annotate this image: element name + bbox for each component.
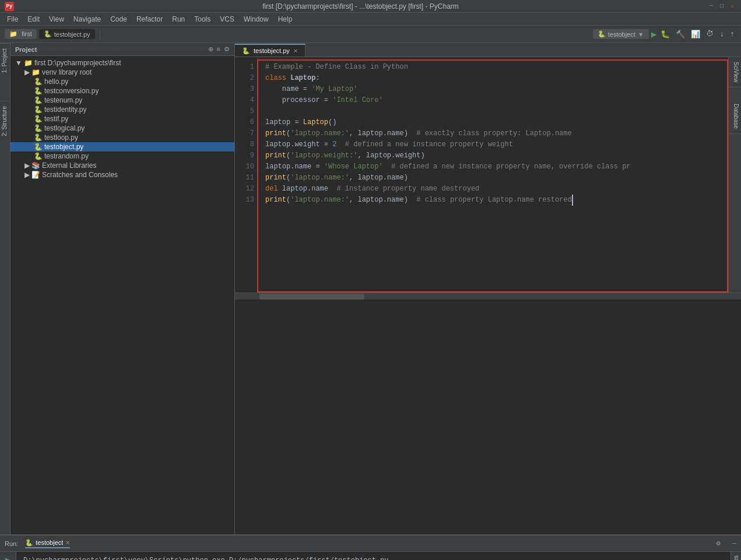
app-logo: Py: [5, 2, 14, 11]
menu-edit[interactable]: Edit: [23, 15, 44, 23]
code-line-2: class Laptop:: [265, 73, 721, 84]
maximize-button[interactable]: □: [718, 2, 726, 10]
tree-external-libs[interactable]: ▶ 📚 External Libraries: [10, 161, 234, 170]
title-bar: Py first [D:\pycharmprojects\first] - ..…: [0, 0, 741, 13]
run-config-icon: 🐍: [598, 30, 606, 38]
database-tab[interactable]: Database: [729, 99, 741, 134]
py-file-icon: 🐍: [34, 105, 43, 114]
sidebar-collapse-icon[interactable]: ≡: [217, 45, 220, 53]
sidebar-tab-project[interactable]: 1: Project: [0, 43, 10, 78]
coverage-button[interactable]: 📊: [689, 30, 702, 39]
tree-testenum-py[interactable]: 🐍 testenum.py: [10, 96, 234, 105]
code-editor[interactable]: 12345 678910 111213 # Example - Define C…: [235, 57, 741, 293]
tree-testidentity-py[interactable]: 🐍 testidentity.py: [10, 105, 234, 114]
code-line-12: del laptop.name # instance property name…: [265, 184, 721, 195]
menu-window[interactable]: Window: [239, 15, 273, 23]
console-command: D:\pycharmprojects\first\venv\Scripts\py…: [23, 555, 724, 560]
close-button[interactable]: ✕: [728, 2, 736, 10]
run-settings-icon[interactable]: ⚙: [717, 539, 721, 548]
py-file-icon: 🐍: [34, 143, 43, 151]
editor-h-scrollbar[interactable]: [235, 293, 741, 300]
project-icon: 📁: [9, 30, 17, 37]
toolbar-separator: [100, 29, 100, 40]
sidebar-settings-icon[interactable]: ⚙: [224, 45, 230, 53]
editor-tab-testobject[interactable]: 🐍 testobject.py ✕: [235, 44, 305, 57]
menu-code[interactable]: Code: [106, 15, 132, 23]
tree-testlogical-py[interactable]: 🐍 testlogical.py: [10, 124, 234, 133]
file-breadcrumb-tab[interactable]: 🐍 testobject.py: [39, 29, 95, 39]
py-file-icon: 🐍: [34, 78, 43, 86]
run-tab-testobject[interactable]: 🐍 testobject ✕: [25, 539, 70, 548]
favorites-tab[interactable]: 2: Favorites: [732, 552, 740, 560]
menu-view[interactable]: View: [44, 15, 69, 23]
py-file-icon: 🐍: [34, 124, 43, 132]
folder-icon: ▶: [24, 161, 30, 170]
file-tree: ▼ 📁 first D:\pycharmprojects\first ▶ 📁 v…: [10, 56, 234, 534]
console-output: D:\pycharmprojects\first\venv\Scripts\py…: [16, 552, 731, 560]
tree-label: External Libraries: [42, 161, 96, 170]
tree-testloop-py[interactable]: 🐍 testloop.py: [10, 133, 234, 142]
tree-label: testconversion.py: [44, 87, 99, 95]
code-line-6: laptop = Laptop(): [265, 117, 721, 128]
profile-button[interactable]: ⏱: [704, 30, 715, 38]
window-title: first [D:\pycharmprojects\first] - ...\t…: [14, 2, 707, 10]
tree-label: testobject.py: [44, 143, 83, 151]
tree-venv[interactable]: ▶ 📁 venv library root: [10, 68, 234, 77]
menu-run[interactable]: Run: [167, 15, 189, 23]
run-minimize-icon[interactable]: ─: [732, 540, 736, 548]
code-area[interactable]: # Example - Define Class in Python class…: [258, 57, 728, 293]
ext-lib-icon: 📚: [31, 161, 40, 170]
build-button[interactable]: 🔨: [674, 30, 687, 39]
tree-scratches[interactable]: ▶ 📝 Scratches and Consoles: [10, 170, 234, 179]
tree-testobject-py[interactable]: 🐍 testobject.py: [10, 142, 234, 152]
tree-hello-py[interactable]: 🐍 hello.py: [10, 77, 234, 86]
bottom-right-strip: 2: Favorites: [731, 552, 741, 560]
code-line-9: print('laptop.weight:', laptop.weight): [265, 150, 721, 161]
right-side-tabs: SciView Database: [728, 57, 741, 293]
tree-testconversion-py[interactable]: 🐍 testconversion.py: [10, 86, 234, 96]
py-file-icon: 🐍: [34, 133, 43, 142]
menu-vcs[interactable]: VCS: [215, 15, 239, 23]
tree-label: venv library root: [42, 68, 92, 76]
vcs-update-button[interactable]: ↓: [718, 30, 726, 38]
tree-label: testif.py: [44, 115, 68, 123]
run-tab-close-icon[interactable]: ✕: [65, 540, 70, 546]
project-tab[interactable]: 📁 first: [5, 29, 37, 39]
tree-root-first[interactable]: ▼ 📁 first D:\pycharmprojects\first: [10, 58, 234, 68]
tab-close-icon[interactable]: ✕: [293, 48, 298, 54]
h-scroll-thumb[interactable]: [259, 294, 364, 300]
sidebar-sync-icon[interactable]: ⊕: [208, 45, 213, 53]
editor-empty-space: [235, 300, 741, 535]
menu-help[interactable]: Help: [273, 15, 297, 23]
py-file-icon: 🐍: [34, 96, 43, 104]
run-content: ▶ ■ ↺ ≡ ▦ 🗑 D:\pycharmprojects\first\ven…: [0, 552, 741, 560]
menu-bar: File Edit View Navigate Code Refactor Ru…: [0, 13, 741, 26]
menu-refactor[interactable]: Refactor: [132, 15, 167, 23]
sidebar-title: Project: [15, 46, 37, 53]
tree-label: first D:\pycharmprojects\first: [34, 59, 121, 67]
tree-testrandom-py[interactable]: 🐍 testrandom.py: [10, 152, 234, 161]
scratch-icon: 📝: [31, 171, 40, 179]
vcs-push-button[interactable]: ↑: [728, 30, 736, 38]
debug-button[interactable]: 🐛: [659, 30, 672, 39]
run-tab-label: testobject: [36, 539, 63, 546]
menu-navigate[interactable]: Navigate: [69, 15, 106, 23]
minimize-button[interactable]: ─: [707, 2, 715, 10]
sidebar-tab-structure[interactable]: 2: Structure: [0, 101, 10, 141]
sciview-tab[interactable]: SciView: [729, 57, 741, 87]
run-tab-icon: 🐍: [25, 539, 33, 547]
tree-label: testlogical.py: [44, 124, 85, 132]
menu-file[interactable]: File: [2, 15, 23, 23]
run-config-selector[interactable]: 🐍 testobject ▼: [593, 29, 649, 39]
code-line-3: name = 'My Laptop': [265, 84, 721, 95]
tree-testif-py[interactable]: 🐍 testif.py: [10, 114, 234, 124]
code-line-13: print('laptop.name:', laptop.name) # cla…: [265, 195, 721, 206]
folder-icon: 📁: [24, 59, 33, 67]
code-line-10: laptop.name = 'Whose Laptop' # defined a…: [265, 161, 721, 172]
menu-tools[interactable]: Tools: [189, 15, 215, 23]
py-file-icon: 🐍: [34, 152, 43, 160]
tree-label: hello.py: [44, 78, 68, 86]
run-button[interactable]: ▶: [651, 29, 657, 40]
run-play-button[interactable]: ▶: [5, 554, 11, 560]
folder-icon: ▶: [24, 171, 30, 179]
